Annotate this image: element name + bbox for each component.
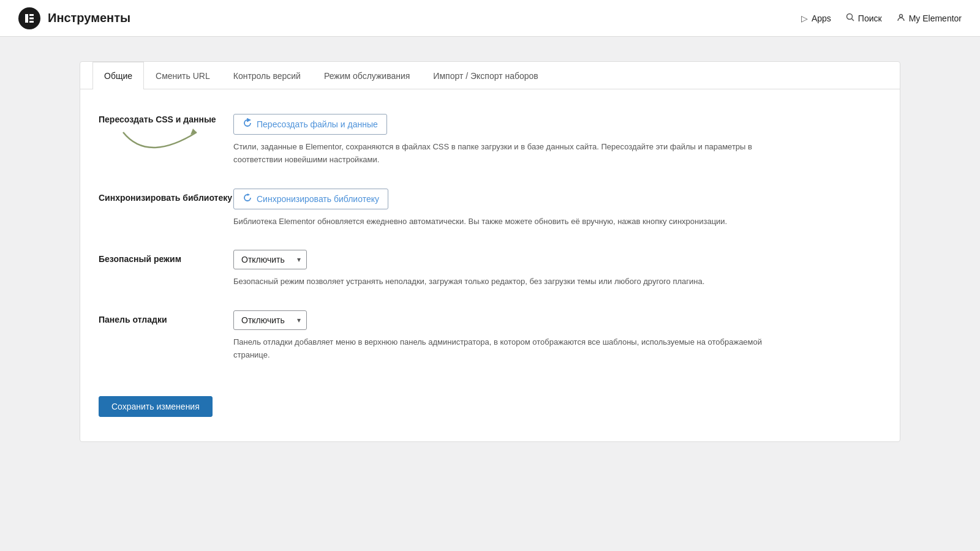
svg-point-6 xyxy=(899,15,902,18)
decorative-arrow xyxy=(111,126,209,163)
debug-select-wrapper: Отключить Включить ▾ xyxy=(233,310,307,330)
debug-description: Панель отладки добавляет меню в верхнюю … xyxy=(233,336,785,362)
tab-change-url[interactable]: Сменить URL xyxy=(144,62,222,89)
svg-marker-8 xyxy=(247,119,250,121)
svg-rect-3 xyxy=(29,21,34,23)
nav-search-label: Поиск xyxy=(858,13,882,23)
svg-rect-0 xyxy=(25,14,28,23)
regenerate-button-label: Пересоздать файлы и данные xyxy=(257,119,378,129)
sync-label: Синхронизировать библиотеку xyxy=(99,189,233,204)
svg-point-4 xyxy=(846,14,852,20)
debug-select[interactable]: Отключить Включить xyxy=(233,310,307,330)
safe-mode-control: Отключить Включить ▾ Безопасный режим по… xyxy=(233,250,881,288)
nav-search[interactable]: Поиск xyxy=(846,13,882,23)
regenerate-label: Пересоздать CSS и данные xyxy=(99,111,216,124)
user-icon xyxy=(897,13,905,23)
debug-control: Отключить Включить ▾ Панель отладки доба… xyxy=(233,310,881,362)
regenerate-description: Стили, заданные в Elementor, сохраняются… xyxy=(233,141,785,167)
tab-maintenance[interactable]: Режим обслуживания xyxy=(312,62,421,89)
sync-icon xyxy=(243,193,252,205)
sync-button-label: Синхронизировать библиотеку xyxy=(257,194,379,204)
nav-apps-label: Apps xyxy=(812,13,831,23)
page-title: Инструменты xyxy=(48,11,130,25)
regenerate-button[interactable]: Пересоздать файлы и данные xyxy=(233,114,387,135)
settings-row-safe-mode: Безопасный режим Отключить Включить ▾ Бе… xyxy=(99,250,881,288)
svg-line-5 xyxy=(851,19,854,21)
main-content: Общие Сменить URL Контроль версий Режим … xyxy=(80,61,900,442)
search-icon xyxy=(846,13,854,23)
sync-button[interactable]: Синхронизировать библиотеку xyxy=(233,189,388,209)
sync-control: Синхронизировать библиотеку Библиотека E… xyxy=(233,189,881,228)
regenerate-control: Пересоздать файлы и данные Стили, заданн… xyxy=(233,114,881,167)
svg-marker-9 xyxy=(247,193,250,196)
refresh-icon xyxy=(243,118,252,130)
nav-my-elementor[interactable]: My Elementor xyxy=(897,13,962,23)
play-icon: ▷ xyxy=(801,13,808,23)
page-wrapper: Общие Сменить URL Контроль версий Режим … xyxy=(67,0,913,460)
header: Инструменты ▷ Apps Поиск My Elementor xyxy=(0,0,980,37)
tab-general[interactable]: Общие xyxy=(92,62,144,89)
settings-row-debug: Панель отладки Отключить Включить ▾ Пане… xyxy=(99,310,881,362)
safe-mode-select[interactable]: Отключить Включить xyxy=(233,250,307,269)
debug-label: Панель отладки xyxy=(99,310,233,326)
svg-rect-1 xyxy=(29,14,34,16)
safe-mode-select-wrapper: Отключить Включить ▾ xyxy=(233,250,307,269)
save-row: Сохранить изменения xyxy=(99,384,881,417)
tab-version-control[interactable]: Контроль версий xyxy=(222,62,312,89)
safe-mode-description: Безопасный режим позволяет устранять неп… xyxy=(233,276,785,288)
header-left: Инструменты xyxy=(18,7,130,29)
nav-my-elementor-label: My Elementor xyxy=(909,13,962,23)
tab-import-export[interactable]: Импорт / Экспорт наборов xyxy=(421,62,549,89)
settings-row-regenerate: Пересоздать CSS и данные xyxy=(99,114,881,167)
regenerate-label-area: Пересоздать CSS и данные xyxy=(99,114,233,126)
content-area: Пересоздать CSS и данные xyxy=(80,89,900,441)
settings-row-sync: Синхронизировать библиотеку Синхронизиро… xyxy=(99,189,881,228)
sync-description: Библиотека Elementor обновляется ежеднев… xyxy=(233,216,785,228)
svg-rect-2 xyxy=(29,17,34,19)
elementor-logo xyxy=(18,7,40,29)
save-button[interactable]: Сохранить изменения xyxy=(99,396,213,417)
tabs-bar: Общие Сменить URL Контроль версий Режим … xyxy=(80,62,900,89)
header-nav: ▷ Apps Поиск My Elementor xyxy=(801,13,962,23)
safe-mode-label: Безопасный режим xyxy=(99,250,233,266)
nav-apps[interactable]: ▷ Apps xyxy=(801,13,831,23)
